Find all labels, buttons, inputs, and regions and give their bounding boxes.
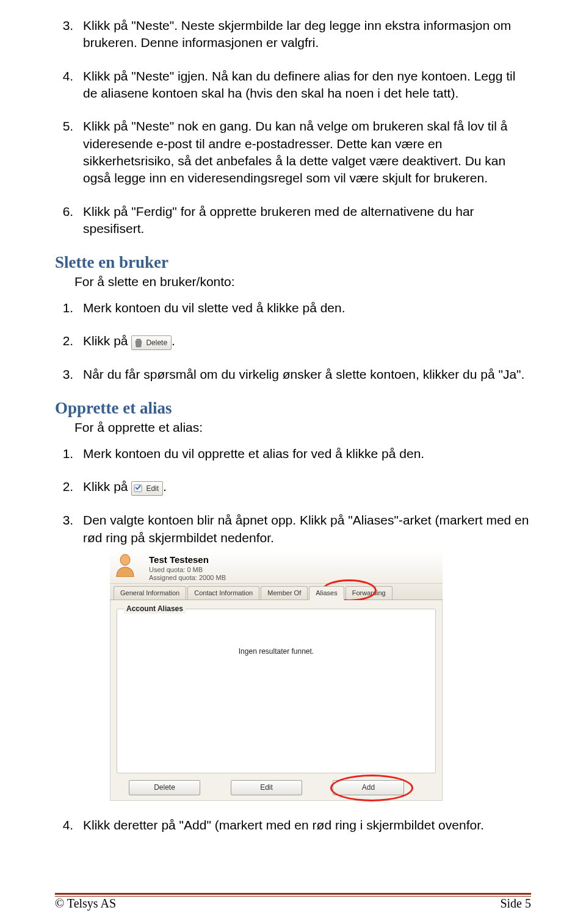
account-name: Test Testesen [149,554,438,566]
heading-create-alias: Opprette et alias [55,399,531,418]
no-results-text: Ingen resultater funnet. [110,646,442,656]
list-item: Merk kontoen du vil slette ved å klikke … [77,299,531,317]
step-text-pre: Klikk på [83,334,131,348]
trash-icon [134,338,143,348]
shot-header: Test Testesen Used quota: 0 MB Assigned … [110,550,443,584]
edit-button[interactable]: Edit [231,780,302,795]
step-text: Merk kontoen du vil opprette et alias fo… [83,446,424,460]
tab-contact[interactable]: Contact Information [187,586,259,600]
step-text: Klikk på "Ferdig" for å opprette brukere… [83,204,474,235]
step-text-post: . [163,479,167,493]
aliases-listbox [117,609,436,773]
tab-aliases[interactable]: Aliases [309,586,344,600]
edit-icon [134,484,143,493]
step-text-pre: Klikk på [83,479,131,493]
delete-button-inline: Delete [131,335,172,350]
step-text: Merk kontoen du vil slette ved å klikke … [83,301,345,315]
list-item: Den valgte kontoen blir nå åpnet opp. Kl… [77,512,531,801]
step-text: Klikk deretter på "Add" (markert med en … [83,818,484,832]
screenshot-aliases: Test Testesen Used quota: 0 MB Assigned … [110,550,443,801]
quota-assigned: Assigned quota: 2000 MB [149,574,438,582]
fieldset-legend: Account Aliases [124,604,186,614]
step-text: Klikk på "Neste" igjen. Nå kan du define… [83,69,515,100]
tab-forwarding[interactable]: Forwarding [345,586,392,600]
user-avatar-icon [115,553,136,577]
footer-right: Side 5 [500,897,531,911]
page-footer: © Telsys AS Side 5 [55,893,531,911]
footer-rule [55,896,531,897]
edit-button-label: Edit [146,484,159,493]
step-text: Når du får spørsmål om du virkelig ønske… [83,367,524,381]
heading-delete-user: Slette en bruker [55,253,531,272]
step-text: Klikk på "Neste". Neste skjermbilde lar … [83,18,511,49]
steps-list-continued: Klikk på "Neste". Neste skjermbilde lar … [55,17,531,237]
button-row: Delete Edit Add [110,780,442,795]
lead-delete-user: For å slette en bruker/konto: [55,273,531,290]
list-item: Klikk på Edit . [77,478,531,496]
list-item: Klikk på "Neste" nok en gang. Du kan nå … [77,118,531,187]
list-item: Klikk på "Neste" igjen. Nå kan du define… [77,68,531,102]
tabs-row: General Information Contact Information … [110,584,443,600]
tab-memberof[interactable]: Member Of [261,586,308,600]
add-button[interactable]: Add [333,780,404,795]
delete-button[interactable]: Delete [129,780,200,795]
list-item: Merk kontoen du vil opprette et alias fo… [77,445,531,462]
delete-user-steps: Merk kontoen du vil slette ved å klikke … [55,299,531,384]
svg-point-1 [120,554,130,565]
step-text: Klikk på "Neste" nok en gang. Du kan nå … [83,119,507,185]
quota-used: Used quota: 0 MB [149,566,438,574]
create-alias-steps: Merk kontoen du vil opprette et alias fo… [55,445,531,834]
edit-button-inline: Edit [131,481,163,496]
step-text: Den valgte kontoen blir nå åpnet opp. Kl… [83,513,529,544]
delete-button-label: Delete [146,338,167,348]
tab-general[interactable]: General Information [114,586,186,600]
footer-left: © Telsys AS [55,897,116,911]
list-item: Klikk på "Neste". Neste skjermbilde lar … [77,17,531,52]
step-text-post: . [172,334,175,348]
tab-pane: Account Aliases Ingen resultater funnet.… [110,600,443,801]
lead-create-alias: For å opprette et alias: [55,419,531,436]
list-item: Klikk deretter på "Add" (markert med en … [77,817,531,834]
list-item: Når du får spørsmål om du virkelig ønske… [77,366,531,383]
list-item: Klikk på "Ferdig" for å opprette brukere… [77,203,531,238]
list-item: Klikk på Delete . [77,332,531,350]
